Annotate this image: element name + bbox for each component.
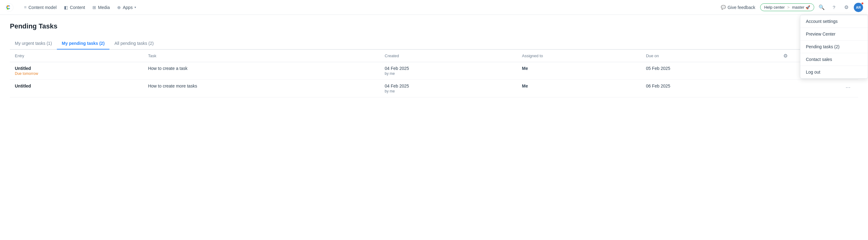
assigned-name-0: Me — [522, 66, 528, 71]
cell-created-1: 04 Feb 2025 by me — [380, 80, 517, 97]
media-icon: ⊞ — [92, 5, 96, 10]
settings-button[interactable]: ⚙ — [841, 2, 851, 12]
cell-entry-1: Untitled — [10, 80, 143, 97]
cell-due-0: 05 Feb 2025 — [641, 62, 778, 80]
created-by-1: by me — [385, 89, 512, 93]
table-settings-icon[interactable]: ⚙ — [783, 53, 787, 58]
svg-point-6 — [7, 8, 9, 9]
gear-icon: ⚙ — [844, 4, 848, 10]
col-due: Due on — [641, 50, 778, 62]
dropdown-log-out[interactable]: Log out — [800, 66, 868, 78]
col-assigned: Assigned to — [517, 50, 641, 62]
entry-title-0: Untitled — [15, 66, 138, 71]
svg-point-5 — [7, 5, 9, 7]
col-task: Task — [143, 50, 380, 62]
nav-content-model[interactable]: ⌗ Content model — [21, 3, 60, 12]
dropdown-pending-tasks[interactable]: Pending tasks (2) — [800, 40, 868, 53]
dropdown-account-settings[interactable]: Account settings — [800, 15, 868, 28]
page-title: Pending Tasks — [10, 22, 858, 30]
branch-separator: > — [787, 5, 790, 9]
col-entry: Entry — [10, 50, 143, 62]
user-dropdown-menu: Account settings Preview Center Pending … — [800, 15, 868, 79]
feedback-icon: 💬 — [721, 5, 726, 9]
more-options-button-1[interactable]: ··· — [843, 84, 853, 92]
cell-task-1: How to create more tasks — [143, 80, 380, 97]
created-by-0: by me — [385, 71, 512, 76]
cell-entry-0: Untitled Due tomorrow — [10, 62, 143, 80]
col-created: Created — [380, 50, 517, 62]
nav-right: 💬 Give feedback Help center > master 🚀 🔍… — [718, 2, 863, 12]
cell-task-0: How to create a task — [143, 62, 380, 80]
nav-content[interactable]: ◧ Content — [61, 3, 88, 12]
avatar[interactable]: AR — [854, 3, 863, 12]
nav-apps[interactable]: ⊕ Apps ▾ — [114, 3, 139, 12]
nav-media[interactable]: ⊞ Media — [89, 3, 113, 12]
top-navigation: C ⌗ Content model ◧ Content ⊞ Media ⊕ Ap… — [0, 0, 868, 15]
tab-all-pending-tasks[interactable]: All pending tasks (2) — [110, 38, 159, 50]
tab-urgent-tasks[interactable]: My urgent tasks (1) — [10, 38, 57, 50]
help-center-button[interactable]: Help center > master 🚀 — [760, 3, 814, 11]
tasks-table: Entry Task Created Assigned to Due on ⚙ … — [10, 50, 858, 97]
search-button[interactable]: 🔍 — [817, 2, 827, 12]
apps-chevron-icon: ▾ — [134, 6, 136, 9]
help-button[interactable]: ? — [829, 2, 839, 12]
tasks-tabs: My urgent tasks (1) My pending tasks (2)… — [10, 38, 858, 50]
table-row: Untitled How to create more tasks 04 Feb… — [10, 80, 858, 97]
dropdown-contact-sales[interactable]: Contact sales — [800, 53, 868, 66]
created-date-0: 04 Feb 2025 — [385, 66, 512, 71]
table-header-row: Entry Task Created Assigned to Due on ⚙ — [10, 50, 858, 62]
dropdown-preview-center[interactable]: Preview Center — [800, 28, 868, 40]
content-icon: ◧ — [64, 5, 68, 10]
cell-created-0: 04 Feb 2025 by me — [380, 62, 517, 80]
rocket-icon: 🚀 — [806, 5, 810, 9]
cell-assigned-1: Me — [517, 80, 641, 97]
cell-assigned-0: Me — [517, 62, 641, 80]
entry-title-1: Untitled — [15, 84, 138, 88]
svg-text:C: C — [6, 4, 10, 10]
table-row: Untitled Due tomorrow How to create a ta… — [10, 62, 858, 80]
logo[interactable]: C — [5, 3, 13, 12]
nav-links: ⌗ Content model ◧ Content ⊞ Media ⊕ Apps… — [21, 3, 718, 12]
content-model-icon: ⌗ — [24, 5, 27, 10]
main-content: Pending Tasks My urgent tasks (1) My pen… — [0, 15, 868, 105]
assigned-name-1: Me — [522, 84, 528, 88]
created-date-1: 04 Feb 2025 — [385, 84, 512, 88]
cell-more-1: ··· — [778, 80, 858, 97]
help-icon: ? — [833, 5, 835, 10]
search-icon: 🔍 — [818, 4, 825, 10]
apps-icon: ⊕ — [117, 5, 121, 10]
feedback-button[interactable]: 💬 Give feedback — [718, 4, 758, 11]
cell-due-1: 06 Feb 2025 — [641, 80, 778, 97]
notification-badge — [861, 2, 864, 5]
tab-pending-tasks[interactable]: My pending tasks (2) — [57, 38, 110, 50]
entry-subtitle-0: Due tomorrow — [15, 71, 138, 76]
